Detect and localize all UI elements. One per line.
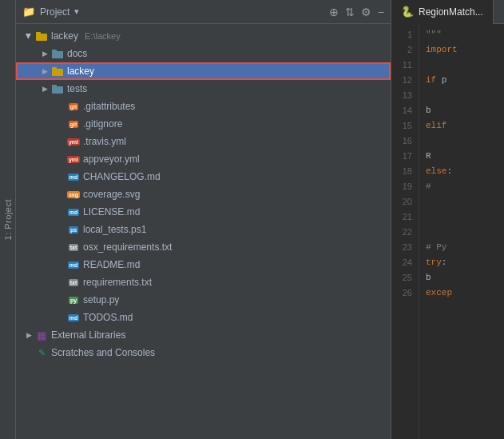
file-label-osx-req: osx_requirements.txt [83, 241, 172, 253]
tree-arrow-tests[interactable]: ▶ [38, 82, 51, 95]
line-number: 25 [391, 270, 419, 285]
globe-icon[interactable]: ⊕ [329, 6, 339, 18]
tree-item-todos[interactable]: ▶mdTODOS.md [16, 309, 391, 326]
file-label-changelog: CHANGELOG.md [83, 171, 161, 182]
line-number: 22 [391, 225, 419, 240]
file-label-coverage: coverage.svg [83, 189, 140, 200]
side-tab[interactable]: 1: Project [0, 0, 16, 439]
code-line: """ [426, 27, 498, 42]
tree-item-changelog[interactable]: ▶mdCHANGELOG.md [16, 168, 391, 186]
tree-item-gitattributes[interactable]: ▶git.gitattributes [16, 98, 391, 115]
python-file-icon: 🐍 [401, 6, 414, 18]
file-label-todos: TODOS.md [83, 312, 133, 323]
line-number: 2 [391, 42, 419, 58]
file-icon-requirements: txt [67, 276, 80, 289]
file-icon-lackey-sub [51, 65, 64, 78]
line-number: 19 [391, 179, 419, 194]
file-icon-gitignore: git [67, 118, 80, 130]
code-line: else: [426, 164, 498, 179]
tree-item-setup-py[interactable]: ▶pysetup.py [16, 291, 391, 309]
toolbar-icons: ⊕ ⇅ ⚙ − [329, 6, 384, 18]
line-number: 21 [391, 210, 419, 225]
tree-arrow-lackey-sub[interactable]: ▶ [38, 65, 51, 78]
tree-arrow-lackey-root[interactable]: ▶ [22, 30, 35, 42]
line-number: 16 [391, 134, 419, 149]
file-label-tests: tests [67, 83, 87, 94]
tree-arrow-docs[interactable]: ▶ [38, 47, 51, 60]
line-number: 13 [391, 88, 419, 103]
tree-item-readme[interactable]: ▶mdREADME.md [16, 256, 391, 273]
file-label-gitignore: .gitignore [83, 118, 122, 130]
tree-item-scratches[interactable]: ▶✎Scratches and Consoles [16, 344, 391, 361]
file-icon-osx-req: txt [67, 241, 80, 253]
file-icon-ext-libs: ▦ [35, 329, 48, 341]
code-line [426, 194, 498, 210]
tree-item-osx-req[interactable]: ▶txtosx_requirements.txt [16, 238, 391, 256]
file-label-gitattributes: .gitattributes [83, 101, 135, 112]
file-label-license: LICENSE.md [83, 206, 140, 218]
tree-item-requirements[interactable]: ▶txtrequirements.txt [16, 273, 391, 291]
file-icon-travis: yml [67, 135, 80, 148]
code-line [426, 225, 498, 240]
file-tree: ▶lackeyE:\lackey▶docs▶lackey▶tests▶git.g… [16, 24, 391, 439]
code-line: excep [426, 285, 498, 301]
tree-item-gitignore[interactable]: ▶git.gitignore [16, 115, 391, 133]
code-content: """importif pbelifRelse:## Pytry:bexcep [419, 24, 504, 439]
file-icon-lackey-root [35, 30, 48, 42]
file-label-requirements: requirements.txt [83, 277, 152, 288]
tree-item-docs[interactable]: ▶docs [16, 45, 391, 62]
file-icon-scratches: ✎ [35, 346, 48, 359]
file-path-lackey-root: E:\lackey [85, 31, 121, 41]
tree-item-travis[interactable]: ▶yml.travis.yml [16, 133, 391, 150]
file-label-readme: README.md [83, 259, 140, 270]
code-tab-label: RegionMatch... [419, 6, 483, 18]
tree-item-appveyor[interactable]: ▶ymlappveyor.yml [16, 150, 391, 168]
tree-item-ext-libs[interactable]: ▶▦External Libraries [16, 326, 391, 344]
code-line [426, 134, 498, 149]
panel-title-text: Project [40, 6, 69, 18]
panel-title-arrow[interactable]: ▾ [74, 6, 79, 17]
file-icon-coverage: svg [67, 188, 80, 201]
code-line: b [426, 103, 498, 118]
file-label-appveyor: appveyor.yml [83, 154, 140, 165]
side-tab-label: 1: Project [3, 199, 13, 240]
tree-item-coverage[interactable]: ▶svgcoverage.svg [16, 186, 391, 203]
collapse-icon[interactable]: ⇅ [345, 6, 355, 18]
file-icon-tests [51, 82, 64, 95]
code-line [426, 88, 498, 103]
file-icon-todos: md [67, 311, 80, 324]
file-label-setup-py: setup.py [83, 294, 119, 305]
code-line: R [426, 149, 498, 164]
file-label-travis: .travis.yml [83, 136, 126, 147]
file-icon-docs [51, 47, 64, 60]
file-label-ext-libs: External Libraries [51, 329, 125, 341]
tree-item-lackey-sub[interactable]: ▶lackey [16, 62, 391, 80]
tree-item-local-tests[interactable]: ▶pslocal_tests.ps1 [16, 221, 391, 238]
line-number: 15 [391, 118, 419, 134]
tree-arrow-ext-libs[interactable]: ▶ [22, 329, 35, 341]
line-number: 11 [391, 58, 419, 73]
code-panel: 🐍 RegionMatch... 12111213141516171819202… [391, 0, 504, 439]
project-panel: 📁 Project ▾ ⊕ ⇅ ⚙ − ▶lackeyE:\lackey▶doc… [16, 0, 391, 439]
line-number: 26 [391, 285, 419, 301]
code-line: # [426, 179, 498, 194]
tree-item-lackey-root[interactable]: ▶lackeyE:\lackey [16, 27, 391, 45]
line-number: 20 [391, 194, 419, 210]
code-line: import [426, 42, 498, 58]
file-icon-local-tests: ps [67, 223, 80, 236]
settings-icon[interactable]: ⚙ [361, 6, 371, 18]
hide-icon[interactable]: − [378, 6, 384, 18]
tree-item-tests[interactable]: ▶tests [16, 80, 391, 98]
panel-title: 📁 Project ▾ [22, 6, 324, 18]
code-tab-bar: 🐍 RegionMatch... [391, 0, 504, 24]
project-folder-icon: 📁 [22, 6, 35, 18]
code-tab-region-match[interactable]: 🐍 RegionMatch... [391, 0, 494, 24]
file-icon-gitattributes: git [67, 100, 80, 113]
line-number: 24 [391, 255, 419, 270]
code-line: b [426, 270, 498, 285]
file-icon-license: md [67, 206, 80, 218]
file-icon-appveyor: yml [67, 153, 80, 166]
tree-item-license[interactable]: ▶mdLICENSE.md [16, 203, 391, 221]
code-line: elif [426, 118, 498, 134]
line-number: 18 [391, 164, 419, 179]
